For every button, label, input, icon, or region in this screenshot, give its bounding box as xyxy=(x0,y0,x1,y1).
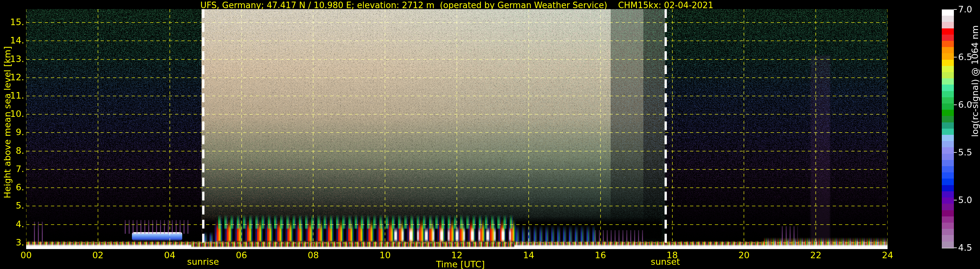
y-tick-label: 13. xyxy=(0,54,24,64)
colorbar-segment xyxy=(942,185,954,191)
x-tick-label: 22 xyxy=(801,250,830,260)
colorbar-segment xyxy=(942,160,954,166)
colorbar-segment xyxy=(942,78,954,84)
colorbar-segment xyxy=(942,135,954,141)
x-tick-label: 08 xyxy=(299,250,328,260)
ceilometer-quicklook: UFS, Germany; 47.417 N / 10.980 E; eleva… xyxy=(0,0,980,269)
colorbar-segment xyxy=(942,210,954,216)
colorbar-segment xyxy=(942,178,954,185)
colorbar-segment xyxy=(942,53,954,59)
colorbar-segment xyxy=(942,191,954,197)
plot-area xyxy=(26,9,888,249)
x-tick-label: 12 xyxy=(442,250,472,260)
colorbar-segment xyxy=(942,35,954,41)
y-tick-label: 11. xyxy=(0,91,24,100)
y-tick-label: 15. xyxy=(0,17,24,27)
colorbar-segment xyxy=(942,103,954,110)
colorbar-segment xyxy=(942,91,954,97)
colorbar-segment xyxy=(942,147,954,153)
x-tick-label: 24 xyxy=(873,250,902,260)
colorbar-segment xyxy=(942,10,954,16)
x-tick-label: 00 xyxy=(11,250,41,260)
colorbar-tick-label: 5.5 xyxy=(958,147,980,158)
colorbar-tick-mark xyxy=(954,152,957,153)
colorbar-segment xyxy=(942,41,954,47)
colorbar-segment xyxy=(942,123,954,129)
colorbar-tick-mark xyxy=(954,57,957,57)
y-tick-label: 6. xyxy=(0,182,24,192)
sunset-line xyxy=(665,9,667,249)
colorbar-segment xyxy=(942,242,954,248)
x-tick-label: 06 xyxy=(227,250,256,260)
colorbar-segment xyxy=(942,29,954,35)
colorbar-segment xyxy=(942,66,954,72)
colorbar-segment xyxy=(942,97,954,103)
chart-title: UFS, Germany; 47.417 N / 10.980 E; eleva… xyxy=(26,0,888,10)
y-tick-label: 10. xyxy=(0,109,24,119)
colorbar-segment xyxy=(942,235,954,241)
colorbar-segment xyxy=(942,172,954,178)
colorbar-segment xyxy=(942,110,954,116)
colorbar-tick-label: 5.0 xyxy=(958,195,980,205)
colorbar-segment xyxy=(942,166,954,172)
y-tick-label: 5. xyxy=(0,201,24,210)
y-tick-label: 7. xyxy=(0,164,24,174)
colorbar-segment xyxy=(942,129,954,135)
y-tick-label: 9. xyxy=(0,127,24,137)
x-tick-label: 10 xyxy=(370,250,400,260)
colorbar-segment xyxy=(942,72,954,78)
colorbar-segment xyxy=(942,22,954,28)
y-tick-label: 3. xyxy=(0,237,24,247)
colorbar-tick-label: 4.5 xyxy=(958,243,980,253)
sunset-label: sunset xyxy=(640,256,692,267)
colorbar-segment xyxy=(942,60,954,66)
colorbar-segment xyxy=(942,229,954,235)
x-tick-label: 14 xyxy=(514,250,543,260)
colorbar-segment xyxy=(942,216,954,223)
colorbar-segment xyxy=(942,154,954,160)
colorbar-segment xyxy=(942,204,954,210)
colorbar-segment xyxy=(942,116,954,122)
y-tick-label: 14. xyxy=(0,35,24,45)
colorbar-segment xyxy=(942,84,954,91)
x-tick-label: 16 xyxy=(586,250,615,260)
colorbar xyxy=(942,10,954,248)
colorbar-tick-mark xyxy=(954,105,957,105)
x-tick-label: 02 xyxy=(83,250,113,260)
colorbar-tick-label: 7.0 xyxy=(958,4,980,14)
colorbar-segment xyxy=(942,223,954,229)
x-axis-title: Time [UTC] xyxy=(428,259,493,269)
sunrise-label: sunrise xyxy=(177,256,229,267)
y-tick-label: 8. xyxy=(0,146,24,156)
sunrise-line xyxy=(202,9,204,249)
colorbar-tick-mark xyxy=(954,9,957,10)
x-tick-label: 20 xyxy=(729,250,759,260)
colorbar-segment xyxy=(942,141,954,147)
y-tick-label: 12. xyxy=(0,72,24,82)
y-tick-label: 4. xyxy=(0,219,24,229)
colorbar-segment xyxy=(942,197,954,204)
colorbar-segment xyxy=(942,16,954,22)
colorbar-tick-mark xyxy=(954,200,957,201)
colorbar-tick-mark xyxy=(954,247,957,248)
colorbar-title: log(rc-signal) @ 1064 nm xyxy=(970,33,980,137)
colorbar-segment xyxy=(942,47,954,53)
